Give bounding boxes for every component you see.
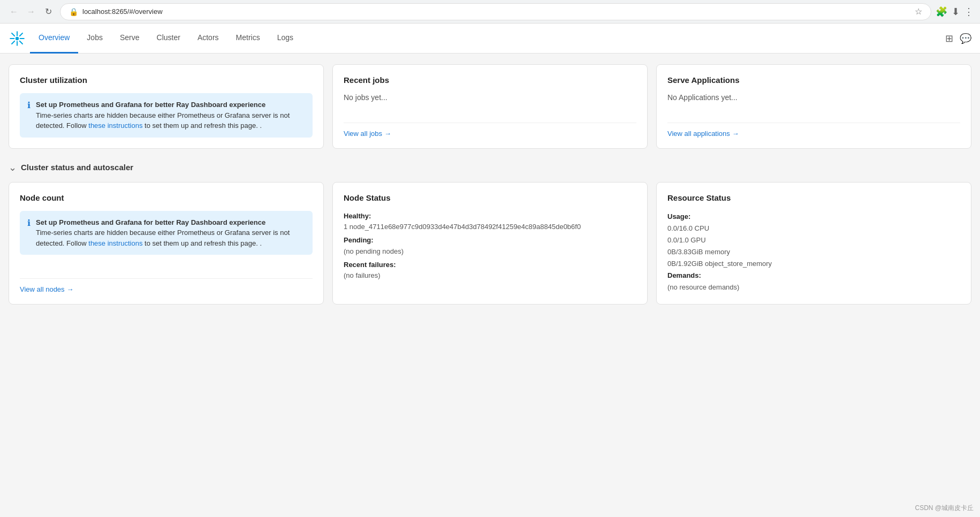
svg-line-6: [20, 41, 22, 43]
nav-overview[interactable]: Overview: [30, 24, 78, 54]
nav-serve[interactable]: Serve: [111, 24, 148, 54]
security-icon: 🔒: [69, 7, 78, 16]
extensions-icon[interactable]: 🧩: [936, 6, 947, 18]
recent-failures-line: Recent failures: (no failures): [344, 260, 636, 282]
cluster-utilization-body: ℹ Set up Prometheus and Grafana for bett…: [20, 93, 313, 138]
node-count-card: Node count ℹ Set up Prometheus and Grafa…: [9, 182, 324, 305]
node-count-info-body2: to set them up and refresh this page. .: [142, 239, 262, 247]
info-body2-text: to set them up and refresh this page. .: [142, 121, 262, 130]
chat-icon[interactable]: 💬: [960, 33, 971, 44]
usage-line: Usage:: [667, 211, 960, 223]
view-all-jobs-arrow: →: [384, 130, 391, 138]
no-jobs-text: No jobs yet...: [344, 93, 636, 102]
svg-line-8: [12, 41, 14, 43]
top-cards-row: Cluster utilization ℹ Set up Prometheus …: [9, 64, 971, 149]
app-navbar: Overview Jobs Serve Cluster Actors Metri…: [0, 24, 980, 54]
cluster-utilization-title: Cluster utilization: [20, 75, 313, 85]
memory-value: 0B/3.83GiB memory: [667, 248, 730, 256]
forward-button[interactable]: →: [24, 4, 39, 19]
view-all-applications-link[interactable]: View all applications →: [667, 130, 960, 138]
node-count-footer: View all nodes →: [20, 278, 313, 293]
view-all-nodes-label: View all nodes: [20, 285, 65, 293]
download-icon[interactable]: ⬇: [952, 6, 960, 18]
view-all-nodes-arrow: →: [67, 285, 74, 293]
serve-applications-body: No Applications yet...: [667, 93, 960, 114]
pending-value: (no pending nodes): [344, 247, 404, 255]
node-count-info-icon: ℹ: [27, 218, 31, 228]
node-count-body: ℹ Set up Prometheus and Grafana for bett…: [20, 211, 313, 270]
recent-jobs-footer: View all jobs →: [344, 123, 636, 138]
nav-logs[interactable]: Logs: [269, 24, 302, 54]
demands-value-line: (no resource demands): [667, 282, 960, 293]
back-button[interactable]: ←: [6, 4, 21, 19]
resource-status-title: Resource Status: [667, 193, 960, 202]
healthy-label: Healthy:: [344, 212, 371, 220]
cpu-value: 0.0/16.0 CPU: [667, 224, 709, 232]
info-title-text: Set up Prometheus and Grafana for better…: [36, 101, 265, 109]
recent-jobs-body: No jobs yet...: [344, 93, 636, 114]
usage-label: Usage:: [667, 212, 690, 221]
recent-failures-label: Recent failures:: [344, 261, 396, 269]
healthy-line: Healthy: 1 node_4711e68e977c9d0933d4e47b…: [344, 211, 636, 233]
info-icon: ℹ: [27, 100, 31, 110]
recent-failures-value: (no failures): [344, 271, 381, 279]
demands-label: Demands:: [667, 271, 701, 279]
menu-icon[interactable]: ⋮: [964, 6, 974, 18]
healthy-value: 1 node_4711e68e977c9d0933d4e47b4d3d78492…: [344, 223, 581, 231]
recent-jobs-card: Recent jobs No jobs yet... View all jobs…: [332, 64, 648, 149]
address-bar: 🔒 ☆: [60, 3, 931, 20]
pending-line: Pending: (no pending nodes): [344, 235, 636, 257]
node-status-card: Node Status Healthy: 1 node_4711e68e977c…: [332, 182, 648, 305]
view-all-applications-label: View all applications: [667, 130, 730, 138]
nav-cluster[interactable]: Cluster: [148, 24, 189, 54]
toolbar-right: 🧩 ⬇ ⋮: [936, 6, 974, 18]
demands-line: Demands:: [667, 270, 960, 282]
main-content: Cluster utilization ℹ Set up Prometheus …: [0, 54, 980, 517]
serve-applications-title: Serve Applications: [667, 75, 960, 85]
gpu-value: 0.0/1.0 GPU: [667, 236, 706, 244]
cpu-line: 0.0/16.0 CPU: [667, 223, 960, 234]
info-text-content: Set up Prometheus and Grafana for better…: [36, 100, 305, 131]
memory-line: 0B/3.83GiB memory: [667, 246, 960, 258]
cluster-utilization-info-box: ℹ Set up Prometheus and Grafana for bett…: [20, 93, 313, 138]
no-applications-text: No Applications yet...: [667, 93, 960, 102]
node-count-title: Node count: [20, 193, 313, 202]
serve-applications-footer: View all applications →: [667, 123, 960, 138]
node-count-info-title: Set up Prometheus and Grafana for better…: [36, 218, 265, 226]
cluster-utilization-card: Cluster utilization ℹ Set up Prometheus …: [9, 64, 324, 149]
bookmark-icon[interactable]: ☆: [915, 6, 922, 17]
url-input[interactable]: [82, 7, 910, 16]
watermark: CSDN @城南皮卡丘: [915, 504, 974, 513]
gpu-line: 0.0/1.0 GPU: [667, 234, 960, 246]
node-count-info-text: Set up Prometheus and Grafana for better…: [36, 217, 305, 249]
resource-status-body: Usage: 0.0/16.0 CPU 0.0/1.0 GPU 0B/3.83G…: [667, 211, 960, 294]
object-store-value: 0B/1.92GiB object_store_memory: [667, 260, 772, 268]
svg-line-5: [12, 33, 14, 36]
node-count-info-box: ℹ Set up Prometheus and Grafana for bett…: [20, 211, 313, 255]
recent-jobs-title: Recent jobs: [344, 75, 636, 85]
ray-logo-icon: [9, 30, 26, 47]
node-status-body: Healthy: 1 node_4711e68e977c9d0933d4e47b…: [344, 211, 636, 294]
these-instructions-link[interactable]: these instructions: [88, 121, 142, 130]
browser-chrome: ← → ↻ 🔒 ☆ 🧩 ⬇ ⋮: [0, 0, 980, 24]
object-store-line: 0B/1.92GiB object_store_memory: [667, 258, 960, 270]
view-all-applications-arrow: →: [732, 130, 739, 138]
view-all-jobs-label: View all jobs: [344, 130, 382, 138]
grid-icon[interactable]: ⊞: [945, 33, 953, 44]
nav-actors[interactable]: Actors: [189, 24, 227, 54]
demands-value: (no resource demands): [667, 283, 739, 291]
app-logo: [9, 30, 26, 47]
nav-buttons: ← → ↻: [6, 4, 56, 19]
nav-jobs[interactable]: Jobs: [78, 24, 111, 54]
view-all-jobs-link[interactable]: View all jobs →: [344, 130, 636, 138]
cluster-status-section-header[interactable]: ⌄ Cluster status and autoscaler: [9, 162, 971, 173]
cluster-status-section-title: Cluster status and autoscaler: [21, 163, 133, 172]
reload-button[interactable]: ↻: [41, 4, 56, 19]
node-status-title: Node Status: [344, 193, 636, 202]
nav-metrics[interactable]: Metrics: [227, 24, 269, 54]
resource-status-card: Resource Status Usage: 0.0/16.0 CPU 0.0/…: [656, 182, 971, 305]
view-all-nodes-link[interactable]: View all nodes →: [20, 285, 313, 293]
node-count-instructions-link[interactable]: these instructions: [88, 239, 142, 247]
pending-label: Pending:: [344, 236, 374, 244]
navbar-right: ⊞ 💬: [945, 33, 971, 44]
